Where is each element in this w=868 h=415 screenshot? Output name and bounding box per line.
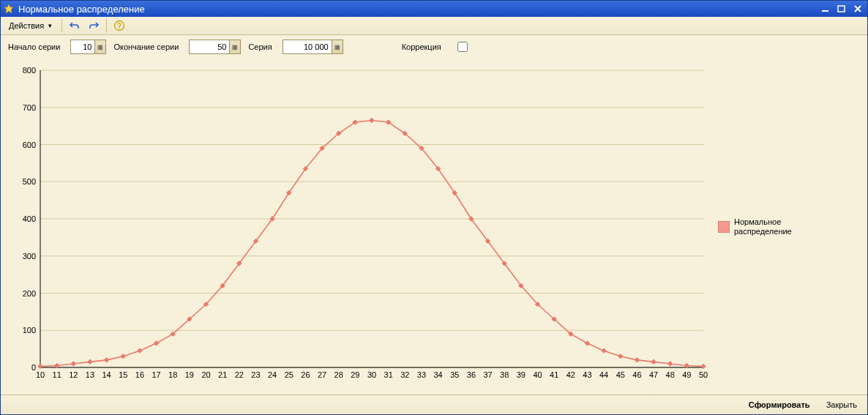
svg-text:45: 45: [616, 370, 625, 379]
svg-marker-103: [618, 354, 623, 359]
svg-rect-2: [838, 6, 845, 12]
undo-icon: [69, 20, 81, 31]
correction-checkbox[interactable]: [457, 42, 468, 52]
svg-text:600: 600: [23, 141, 36, 149]
svg-text:36: 36: [467, 370, 476, 379]
start-input[interactable]: [71, 41, 94, 53]
svg-text:32: 32: [400, 370, 409, 379]
svg-text:31: 31: [384, 370, 393, 379]
series-field[interactable]: ▦: [283, 40, 343, 54]
svg-text:25: 25: [285, 370, 293, 379]
svg-marker-71: [88, 359, 92, 364]
svg-text:800: 800: [23, 66, 36, 75]
end-label: Окончание серии: [113, 42, 179, 51]
svg-text:13: 13: [86, 370, 94, 379]
svg-text:500: 500: [23, 177, 36, 186]
legend-swatch: [718, 221, 730, 233]
svg-text:35: 35: [450, 370, 459, 379]
svg-text:30: 30: [367, 370, 376, 379]
maximize-button[interactable]: [835, 3, 848, 15]
svg-text:300: 300: [23, 252, 36, 261]
form-button[interactable]: Сформировать: [744, 399, 815, 411]
correction-group: Коррекция: [402, 40, 470, 54]
svg-text:100: 100: [23, 326, 36, 334]
redo-button[interactable]: [85, 18, 102, 34]
undo-button[interactable]: [66, 18, 83, 34]
svg-text:44: 44: [599, 370, 608, 379]
window-buttons: [819, 3, 864, 15]
spin-icon[interactable]: ▦: [229, 40, 240, 53]
svg-text:700: 700: [23, 103, 36, 112]
svg-text:21: 21: [218, 370, 227, 379]
svg-text:34: 34: [433, 370, 442, 379]
correction-label: Коррекция: [402, 42, 441, 51]
app-icon: [4, 4, 14, 14]
svg-text:12: 12: [69, 370, 78, 379]
svg-text:22: 22: [235, 370, 244, 379]
svg-text:47: 47: [649, 370, 658, 379]
svg-text:29: 29: [351, 370, 359, 379]
svg-text:17: 17: [151, 370, 160, 379]
app-window: Нормальное распределение Действия ▼: [0, 0, 868, 415]
help-button[interactable]: ?: [111, 18, 128, 34]
svg-marker-108: [701, 364, 706, 368]
redo-icon: [88, 20, 100, 31]
minimize-button[interactable]: [819, 3, 832, 15]
close-button[interactable]: [851, 3, 864, 15]
actions-menu[interactable]: Действия ▼: [4, 19, 58, 32]
svg-marker-105: [651, 359, 656, 364]
svg-text:11: 11: [53, 370, 61, 379]
legend-label: Нормальное распределение: [734, 217, 792, 236]
svg-text:46: 46: [632, 370, 641, 379]
svg-text:40: 40: [533, 370, 542, 379]
titlebar: Нормальное распределение: [1, 1, 867, 17]
svg-text:23: 23: [251, 370, 260, 379]
svg-text:39: 39: [517, 370, 525, 379]
toolbar-separator: [61, 19, 62, 32]
end-input[interactable]: [190, 41, 229, 53]
legend: Нормальное распределение: [711, 63, 857, 390]
dropdown-icon: ▼: [47, 23, 53, 29]
start-label: Начало серии: [8, 42, 60, 51]
svg-marker-74: [138, 348, 142, 353]
end-field[interactable]: ▦: [189, 40, 241, 54]
svg-marker-0: [4, 4, 13, 13]
svg-text:24: 24: [268, 370, 277, 379]
svg-text:14: 14: [102, 370, 111, 379]
svg-marker-73: [121, 354, 125, 359]
actions-menu-label: Действия: [9, 21, 44, 30]
svg-text:37: 37: [483, 370, 492, 379]
close-window-button[interactable]: Закрыть: [822, 399, 861, 411]
svg-text:400: 400: [23, 214, 36, 223]
series-label: Серия: [248, 42, 272, 51]
svg-text:50: 50: [699, 370, 708, 379]
svg-text:19: 19: [185, 370, 194, 379]
svg-marker-70: [71, 362, 75, 366]
footer: Сформировать Закрыть: [1, 395, 867, 414]
svg-text:48: 48: [666, 370, 675, 379]
svg-text:26: 26: [301, 370, 310, 379]
start-field[interactable]: ▦: [70, 40, 106, 54]
svg-text:18: 18: [168, 370, 177, 379]
chart-area: 0100200300400500600700800101112131415161…: [1, 59, 867, 395]
toolbar: Действия ▼ ?: [1, 17, 867, 35]
svg-marker-106: [668, 362, 673, 366]
series-input[interactable]: [283, 41, 332, 53]
spin-icon[interactable]: ▦: [332, 40, 343, 53]
spin-icon[interactable]: ▦: [94, 40, 105, 53]
svg-text:16: 16: [135, 370, 144, 379]
svg-text:10: 10: [36, 370, 45, 379]
toolbar-separator: [106, 19, 107, 32]
svg-marker-102: [602, 348, 606, 353]
svg-marker-104: [635, 358, 639, 362]
svg-text:33: 33: [417, 370, 426, 379]
svg-text:49: 49: [682, 370, 691, 379]
svg-text:41: 41: [550, 370, 558, 379]
svg-marker-75: [154, 341, 158, 345]
svg-text:43: 43: [583, 370, 591, 379]
svg-marker-88: [370, 118, 374, 122]
svg-marker-101: [585, 341, 589, 345]
svg-text:20: 20: [201, 370, 210, 379]
svg-text:27: 27: [318, 370, 326, 379]
svg-text:28: 28: [334, 370, 343, 379]
